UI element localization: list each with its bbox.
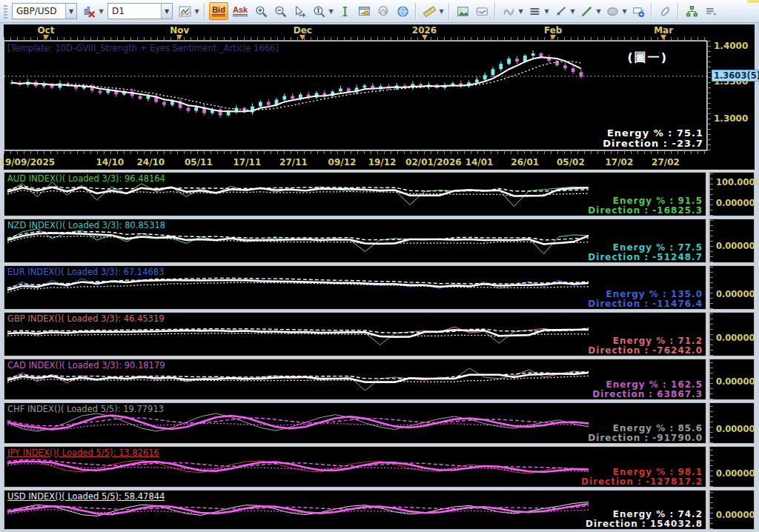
jpy-index-label: JPY INDEX()( Loaded 5/5): 13.82616 xyxy=(7,448,159,458)
nzd-scale[interactable]: 0.00000 xyxy=(709,219,755,263)
symbol-select-value: GBP/USD xyxy=(16,6,65,16)
ellipse-button[interactable] xyxy=(603,2,621,20)
month-label: Oct xyxy=(37,25,54,36)
list-button[interactable] xyxy=(702,2,720,20)
eur-energy-readout: Energy % : 135.0Direction : -11476.4 xyxy=(588,290,703,309)
aud-index-panel[interactable]: AUD INDEX()( Loaded 3/3): 96.48164Energy… xyxy=(4,172,706,216)
zoom-area-dropdown-icon[interactable]: ▼ xyxy=(328,8,334,15)
nzd-index-panel[interactable]: NZD INDEX()( Loaded 3/3): 80.85318Energy… xyxy=(4,219,706,263)
zoom-area-icon xyxy=(313,5,325,18)
chart-type-icon xyxy=(179,5,191,18)
bid-button-label: Bid xyxy=(212,6,225,17)
date-axis[interactable]: 19/09/202514/1024/1005/1117/1127/1109/12… xyxy=(4,150,707,170)
date-label: 26/01 xyxy=(511,157,539,167)
eur-scale[interactable]: 0.00000 xyxy=(709,265,755,310)
timeframe-select[interactable]: D1▼ xyxy=(107,3,173,19)
date-label: 02/01/2026 xyxy=(405,157,462,167)
indicator-panels: AUD INDEX()( Loaded 3/3): 96.48164Energy… xyxy=(4,172,755,530)
ruler-dropdown-icon[interactable]: ▼ xyxy=(438,8,445,15)
zoom-out-button[interactable] xyxy=(271,2,289,20)
eur-index-panel[interactable]: EUR INDEX()( Loaded 3/3): 67.14683Energy… xyxy=(4,265,706,310)
eur-direction-line: Direction : -11476.4 xyxy=(588,299,703,309)
globe-icon xyxy=(397,5,409,18)
template-label: [Template: 10D-GVIII_Strength + Eyes Sen… xyxy=(7,43,279,53)
cad-scale[interactable]: 0.00000 xyxy=(709,359,755,400)
arrow-dropdown-icon[interactable]: ▼ xyxy=(569,8,576,15)
month-axis[interactable]: OctNovDec2026FebMar xyxy=(4,24,707,35)
usd-scale[interactable]: 0.00000 xyxy=(709,490,755,530)
ruler-icon xyxy=(423,5,436,18)
paperclip-button[interactable] xyxy=(656,2,674,20)
trendline-button[interactable] xyxy=(577,2,595,20)
cad-scale-ticks xyxy=(709,359,713,399)
timeframe-select-dropdown-icon[interactable]: ▼ xyxy=(161,4,172,19)
bid-button[interactable]: Bid xyxy=(209,2,228,20)
screenshot-button[interactable] xyxy=(473,2,491,20)
zoom-out-icon xyxy=(274,5,287,18)
arrow-button[interactable] xyxy=(551,2,569,20)
aud-scale[interactable]: 100.000000.00000 xyxy=(709,172,755,216)
date-axis-ticks xyxy=(4,150,707,156)
panel-row-nzd: NZD INDEX()( Loaded 3/3): 80.85318Energy… xyxy=(4,219,755,263)
gbp-energy-readout: Energy % : 71.2Direction : -76242.0 xyxy=(588,336,703,356)
date-label: 27/02 xyxy=(652,157,680,167)
chf-index-panel[interactable]: CHF INDEX()( Loaded 5/5): 19.77913Energy… xyxy=(4,402,706,444)
globe-button[interactable] xyxy=(394,2,411,20)
cursor-vertical-button[interactable] xyxy=(336,2,354,20)
chart-type-dropdown-icon[interactable]: ▼ xyxy=(193,8,200,15)
zoom-in-button[interactable] xyxy=(252,2,270,20)
cursor-vertical-icon xyxy=(339,5,351,18)
nzd-scale-ticks xyxy=(709,219,713,262)
date-label: 19/12 xyxy=(368,157,397,167)
gbp-scale-label: 0.00000 xyxy=(716,333,755,343)
chf-direction-line: Direction : -91790.0 xyxy=(588,433,703,443)
month-marker-icon xyxy=(422,35,428,40)
price-label-button[interactable] xyxy=(629,2,647,20)
symbol-select-dropdown-icon[interactable]: ▼ xyxy=(65,4,76,19)
nzd-direction-line: Direction : -51248.7 xyxy=(588,253,703,262)
usd-scale-ticks xyxy=(709,491,713,529)
zoom-area-button[interactable] xyxy=(310,2,328,20)
chart-type-button[interactable] xyxy=(176,2,193,20)
gbp-index-panel[interactable]: GBP INDEX()( Loaded 3/3): 46.45319Energy… xyxy=(4,312,706,356)
usd-index-panel[interactable]: USD INDEX()( Loaded 5/5): 58.47844Energy… xyxy=(4,490,706,530)
date-label: 27/11 xyxy=(279,157,308,167)
indicator-delete-button[interactable] xyxy=(80,2,98,20)
usd-direction-line: Direction : 154032.8 xyxy=(586,519,703,529)
chf-scale-ticks xyxy=(709,403,713,443)
image-button[interactable] xyxy=(454,2,471,20)
waves-dropdown-icon[interactable]: ▼ xyxy=(517,8,524,15)
toolbar-grip[interactable] xyxy=(4,4,7,19)
price-scale[interactable]: 1.40001.35001.30001.3603(5) xyxy=(707,41,755,150)
ask-button[interactable]: Ask xyxy=(230,2,251,20)
window-key-icon xyxy=(358,5,371,18)
org-chart-button[interactable] xyxy=(683,2,700,20)
ruler-button[interactable] xyxy=(420,2,438,20)
image-icon xyxy=(457,5,469,18)
parallel-lines-button[interactable] xyxy=(526,2,543,20)
zoom-in-icon xyxy=(255,5,268,18)
waves-button[interactable] xyxy=(500,2,517,20)
window-key-button[interactable] xyxy=(355,2,373,20)
nzd-energy-readout: Energy % : 77.5Direction : -51248.7 xyxy=(588,243,703,262)
jpy-index-panel[interactable]: JPY INDEX()( Loaded 5/5): 13.82616Energy… xyxy=(4,446,706,488)
cad-index-panel[interactable]: CAD INDEX()( Loaded 3/3): 90.18179Energy… xyxy=(4,359,706,400)
usd-index-label: USD INDEX()( Loaded 5/5): 58.47844 xyxy=(7,491,165,502)
ellipse-dropdown-icon[interactable]: ▼ xyxy=(621,8,628,15)
arrow-icon xyxy=(554,5,567,18)
jpy-scale-label: 0.00000 xyxy=(716,468,755,479)
jpy-scale[interactable]: 0.00000 xyxy=(709,446,755,488)
month-marker-icon xyxy=(660,35,666,40)
gbp-scale-ticks xyxy=(709,313,713,356)
gbp-scale[interactable]: 0.00000 xyxy=(709,312,755,356)
trendline-dropdown-icon[interactable]: ▼ xyxy=(595,8,602,15)
spiral-button[interactable] xyxy=(374,2,392,20)
indicator-delete-dropdown-icon[interactable]: ▼ xyxy=(98,8,105,15)
date-label: 17/02 xyxy=(605,157,633,167)
symbol-select[interactable]: GBP/USD▼ xyxy=(12,3,77,19)
date-label: 05/11 xyxy=(185,157,213,167)
pointer-add-button[interactable] xyxy=(291,2,308,20)
parallel-lines-dropdown-icon[interactable]: ▼ xyxy=(543,8,550,15)
main-chart-plot[interactable]: [Template: 10D-GVIII_Strength + Eyes Sen… xyxy=(4,41,707,150)
chf-scale[interactable]: 0.00000 xyxy=(709,402,755,444)
